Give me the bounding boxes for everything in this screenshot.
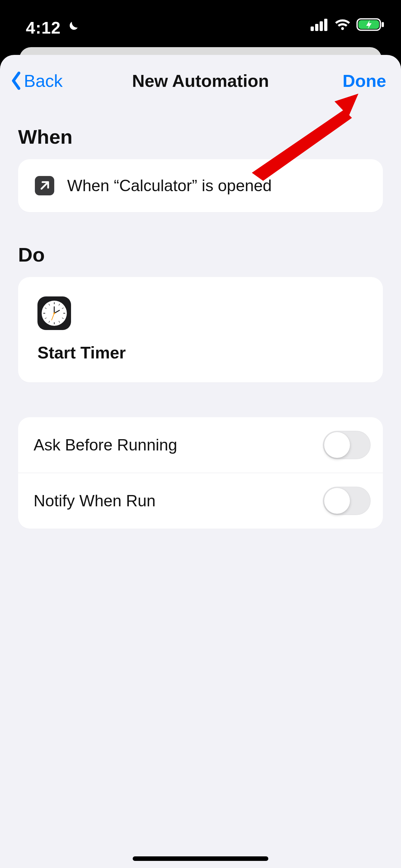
run-settings-card: Ask Before Running Notify When Run [18,417,383,529]
done-label: Done [343,71,386,91]
svg-line-18 [49,304,50,306]
done-button[interactable]: Done [343,55,386,106]
ask-before-running-row[interactable]: Ask Before Running [18,417,383,473]
page-title: New Automation [132,71,269,91]
ask-before-running-toggle[interactable] [323,431,371,459]
svg-line-17 [45,308,47,309]
svg-line-14 [59,321,60,322]
svg-rect-3 [324,19,328,31]
chevron-left-icon [10,71,23,90]
svg-rect-0 [311,27,314,31]
notify-when-run-row[interactable]: Notify When Run [18,473,383,529]
when-condition-text: When “Calculator” is opened [67,176,272,195]
clock-app-icon [37,297,71,330]
notify-when-run-label: Notify When Run [34,492,156,510]
svg-line-16 [45,318,47,319]
cellular-icon [311,18,329,32]
wifi-icon [335,18,351,32]
do-section-title: Do [18,243,383,266]
svg-rect-2 [320,21,323,31]
status-bar: 4:12 [0,0,401,45]
svg-rect-1 [315,24,318,31]
svg-rect-6 [382,22,384,27]
svg-point-22 [53,312,55,314]
automation-sheet: Back New Automation Done When When “Calc… [0,55,401,868]
status-time: 4:12 [26,18,61,37]
do-action-text: Start Timer [37,343,364,362]
open-app-icon [35,176,54,195]
ask-before-running-label: Ask Before Running [34,436,177,454]
do-action-card[interactable]: Start Timer [18,277,383,382]
svg-line-20 [54,310,59,313]
svg-line-15 [49,321,50,322]
when-condition-row[interactable]: When “Calculator” is opened [18,159,383,212]
notify-when-run-toggle[interactable] [323,487,371,515]
svg-line-11 [59,304,60,306]
battery-charging-icon [357,18,384,32]
when-section-title: When [18,125,383,148]
moon-icon [65,20,80,35]
back-label: Back [24,71,63,91]
svg-line-13 [62,318,64,319]
nav-bar: Back New Automation Done [0,55,401,106]
svg-line-12 [62,308,64,309]
back-button[interactable]: Back [10,55,63,106]
svg-line-21 [52,313,54,320]
home-indicator[interactable] [133,857,268,861]
